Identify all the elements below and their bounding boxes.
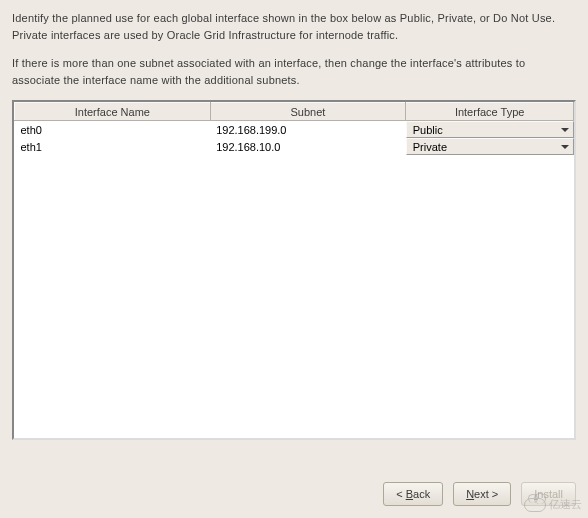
select-value: Private	[413, 141, 447, 153]
cell-interface-name[interactable]: eth1	[15, 138, 211, 155]
table-row[interactable]: eth0 192.168.199.0 Public	[15, 121, 574, 139]
instructions-text: Identify the planned use for each global…	[12, 10, 576, 88]
interface-type-select[interactable]: Private	[406, 138, 574, 155]
back-label: < Back	[396, 488, 430, 500]
cell-interface-name[interactable]: eth0	[15, 121, 211, 139]
chevron-down-icon	[561, 128, 569, 132]
cell-subnet[interactable]: 192.168.10.0	[210, 138, 406, 155]
back-button[interactable]: < Back	[383, 482, 443, 506]
next-label: Next >	[466, 488, 498, 500]
next-button[interactable]: Next >	[453, 482, 511, 506]
col-header-subnet[interactable]: Subnet	[210, 103, 406, 121]
col-header-name[interactable]: Interface Name	[15, 103, 211, 121]
interface-table: Interface Name Subnet Interface Type eth…	[14, 102, 574, 155]
instructions-p1: Identify the planned use for each global…	[12, 10, 576, 43]
col-header-type[interactable]: Interface Type	[406, 103, 574, 121]
chevron-down-icon	[561, 145, 569, 149]
install-button: Install	[521, 482, 576, 506]
instructions-p2: If there is more than one subnet associa…	[12, 55, 576, 88]
wizard-button-bar: < Back Next > Install	[383, 482, 576, 506]
select-value: Public	[413, 124, 443, 136]
table-row[interactable]: eth1 192.168.10.0 Private	[15, 138, 574, 155]
interface-table-container: Interface Name Subnet Interface Type eth…	[12, 100, 576, 440]
install-label: Install	[534, 488, 563, 500]
interface-type-select[interactable]: Public	[406, 121, 574, 138]
cell-subnet[interactable]: 192.168.199.0	[210, 121, 406, 139]
